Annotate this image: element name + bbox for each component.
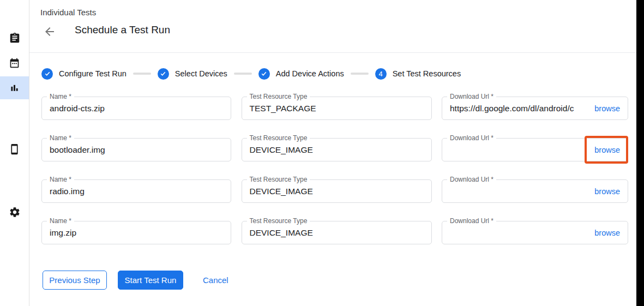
type-field-label: Test Resource Type [247, 134, 310, 142]
step-complete-circle [258, 68, 270, 80]
check-icon [261, 70, 267, 77]
type-input-row2[interactable]: DEVICE_IMAGE [242, 139, 431, 161]
url-field-row1[interactable]: Download Url * https://dl.google.com/dl/… [442, 97, 628, 120]
url-field-label: Download Url * [447, 134, 496, 142]
name-input-row1[interactable]: android-cts.zip [42, 97, 231, 119]
step-connector [133, 73, 151, 75]
type-field-row2[interactable]: Test Resource Type DEVICE_IMAGE [242, 138, 432, 161]
name-field-row4[interactable]: Name * img.zip [41, 221, 231, 244]
browse-link-row1[interactable]: browse [594, 104, 620, 113]
arrow-back-icon [43, 25, 56, 38]
check-icon [44, 70, 51, 77]
header-divider [29, 52, 636, 53]
name-input-row2[interactable]: bootloader.img [42, 139, 231, 161]
back-button[interactable] [43, 25, 57, 39]
sidebar-item-devices[interactable] [0, 137, 29, 160]
step-complete-circle [158, 68, 169, 80]
breadcrumb: Individual Tests [40, 8, 96, 17]
sidebar-item-settings[interactable] [0, 201, 29, 224]
type-input-row4[interactable]: DEVICE_IMAGE [242, 221, 431, 244]
stepper: Configure Test Run Select Devices Add De… [41, 67, 461, 80]
name-field-label: Name * [47, 176, 74, 183]
step-number-circle: 4 [375, 68, 387, 80]
type-field-row4[interactable]: Test Resource Type DEVICE_IMAGE [242, 221, 432, 244]
name-input-row4[interactable]: img.zip [42, 221, 231, 244]
clipboard-icon [9, 32, 21, 44]
screen-edge-strip [636, 0, 644, 306]
stepper-step-select-devices[interactable]: Select Devices [158, 68, 227, 80]
page-title: Schedule a Test Run [75, 24, 170, 36]
url-field-label: Download Url * [447, 176, 496, 183]
type-field-label: Test Resource Type [247, 217, 310, 225]
name-field-row2[interactable]: Name * bootloader.img [41, 138, 231, 161]
footer-actions: Previous Step Start Test Run Cancel [43, 271, 228, 290]
browse-link-row4[interactable]: browse [594, 229, 620, 237]
name-input-row3[interactable]: radio.img [42, 180, 231, 202]
name-field-label: Name * [47, 217, 74, 225]
step-connector [351, 73, 369, 75]
type-input-row1[interactable]: TEST_PACKAGE [242, 97, 431, 119]
calendar-icon [9, 57, 20, 69]
browse-link-row2[interactable]: browse [594, 146, 620, 154]
url-field-row3[interactable]: Download Url * browse [442, 179, 628, 203]
browse-link-row3[interactable]: browse [594, 187, 620, 196]
step-connector [234, 73, 252, 75]
type-field-label: Test Resource Type [247, 93, 310, 100]
url-input-row1[interactable]: https://dl.google.com/dl/android/c [442, 97, 594, 119]
cancel-button[interactable]: Cancel [203, 271, 228, 290]
sidebar-item-test-plans[interactable] [0, 51, 29, 74]
gear-icon [9, 206, 21, 218]
type-field-label: Test Resource Type [247, 176, 310, 183]
type-field-row3[interactable]: Test Resource Type DEVICE_IMAGE [242, 179, 432, 203]
name-field-row3[interactable]: Name * radio.img [41, 179, 231, 203]
name-field-row1[interactable]: Name * android-cts.zip [41, 97, 231, 120]
bar-chart-icon [9, 82, 20, 94]
type-field-row1[interactable]: Test Resource Type TEST_PACKAGE [242, 97, 432, 120]
step-label: Add Device Actions [276, 69, 344, 78]
sidebar-item-tests[interactable] [0, 27, 29, 50]
url-field-label: Download Url * [447, 93, 496, 100]
sidebar [0, 0, 29, 306]
step-complete-circle [41, 68, 53, 80]
name-field-label: Name * [47, 134, 74, 142]
sidebar-item-test-results[interactable] [0, 76, 29, 99]
test-resources-form: Name * android-cts.zip Test Resource Typ… [41, 97, 628, 244]
url-field-row4[interactable]: Download Url * browse [442, 221, 628, 244]
smartphone-icon [9, 143, 20, 155]
check-icon [160, 70, 166, 77]
stepper-step-configure-test-run[interactable]: Configure Test Run [41, 68, 127, 80]
stepper-step-add-device-actions[interactable]: Add Device Actions [258, 68, 344, 80]
step-label: Select Devices [175, 69, 227, 78]
step-label: Set Test Resources [393, 69, 461, 78]
step-label: Configure Test Run [59, 69, 127, 78]
name-field-label: Name * [47, 93, 74, 100]
stepper-step-set-test-resources[interactable]: 4 Set Test Resources [375, 68, 461, 80]
start-test-run-button[interactable]: Start Test Run [118, 271, 183, 290]
type-input-row3[interactable]: DEVICE_IMAGE [242, 180, 431, 202]
url-field-row2[interactable]: Download Url * browse [442, 138, 628, 161]
previous-step-button[interactable]: Previous Step [43, 271, 107, 290]
url-field-label: Download Url * [447, 217, 496, 225]
